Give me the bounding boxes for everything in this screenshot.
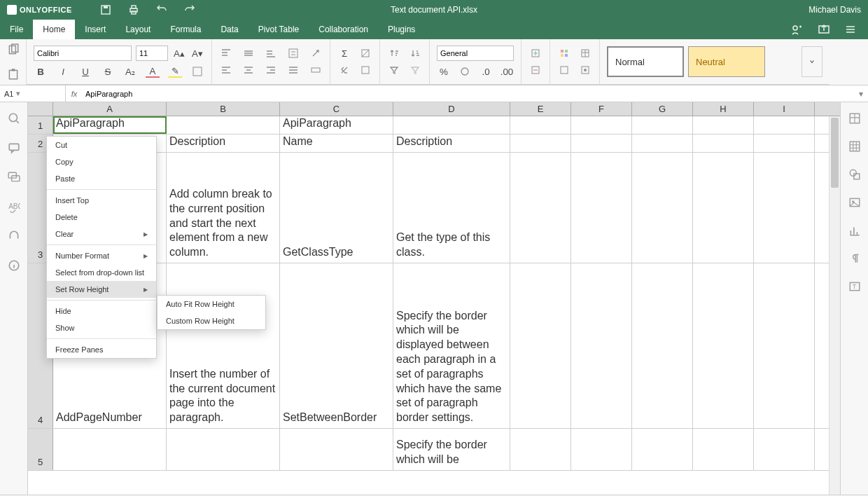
user-name[interactable]: Michael Davis xyxy=(808,5,861,15)
style-normal[interactable]: Normal xyxy=(607,46,684,77)
increase-font-icon[interactable]: A▴ xyxy=(172,47,186,60)
textart-settings-icon[interactable]: T xyxy=(848,280,861,293)
align-right-icon[interactable] xyxy=(264,64,278,76)
justify-icon[interactable] xyxy=(286,64,300,76)
font-color-icon[interactable]: A xyxy=(146,65,160,78)
cell-settings-icon[interactable] xyxy=(848,112,861,125)
chart-settings-icon[interactable] xyxy=(848,224,861,237)
column-header[interactable]: C xyxy=(280,102,393,116)
cell[interactable] xyxy=(632,263,693,428)
cell[interactable] xyxy=(693,135,754,152)
feedback-icon[interactable] xyxy=(8,230,20,242)
paragraph-settings-icon[interactable] xyxy=(848,252,861,265)
named-range-icon[interactable] xyxy=(358,64,372,76)
filter-icon[interactable] xyxy=(387,64,401,76)
about-icon[interactable] xyxy=(8,259,20,272)
merge-icon[interactable] xyxy=(309,64,323,76)
cell[interactable] xyxy=(693,263,754,428)
cell[interactable] xyxy=(754,429,815,470)
menu-pivot-table[interactable]: Pivot Table xyxy=(248,20,309,39)
cell[interactable] xyxy=(693,429,754,470)
cell[interactable] xyxy=(510,153,571,263)
cell-reference-box[interactable]: A1▾ xyxy=(0,85,66,102)
delete-cells-icon[interactable] xyxy=(528,64,542,76)
spellcheck-icon[interactable]: ABC xyxy=(8,200,20,213)
format-cells-icon[interactable] xyxy=(578,64,592,76)
ctx-custom-row-height[interactable]: Custom Row Height xyxy=(158,312,265,329)
table-settings-icon[interactable] xyxy=(848,140,861,153)
cell[interactable]: Add column break to the current position… xyxy=(167,153,280,263)
ctx-freeze-panes[interactable]: Freeze Panes xyxy=(47,341,156,358)
ctx-delete[interactable]: Delete xyxy=(47,209,156,226)
menu-collaboration[interactable]: Collaboration xyxy=(309,20,378,39)
cell[interactable] xyxy=(632,429,693,470)
column-header[interactable]: A xyxy=(53,102,167,116)
column-header[interactable]: G xyxy=(632,102,693,116)
cell[interactable] xyxy=(53,429,167,470)
cell[interactable] xyxy=(632,153,693,263)
cell[interactable] xyxy=(754,153,815,263)
sum-icon[interactable]: Σ xyxy=(337,47,351,60)
cell[interactable] xyxy=(571,263,632,428)
align-middle-icon[interactable] xyxy=(241,47,255,60)
vertical-scrollbar[interactable] xyxy=(829,116,840,495)
redo-icon[interactable] xyxy=(184,4,195,15)
column-header[interactable]: B xyxy=(167,102,280,116)
highlight-icon[interactable]: ✎ xyxy=(168,65,182,78)
column-header[interactable]: E xyxy=(510,102,571,116)
decrease-font-icon[interactable]: A▾ xyxy=(190,47,204,60)
cell[interactable]: ApiParagraph xyxy=(280,116,393,134)
cell[interactable] xyxy=(754,116,815,134)
font-size-select[interactable] xyxy=(136,46,168,61)
search-icon[interactable] xyxy=(8,112,20,125)
cell[interactable]: Description xyxy=(393,135,510,152)
column-header[interactable]: D xyxy=(393,102,510,116)
cell[interactable] xyxy=(510,135,571,152)
ctx-clear[interactable]: Clear▶ xyxy=(47,226,156,242)
cell[interactable]: SetBetweenBorder xyxy=(280,263,393,428)
italic-icon[interactable]: I xyxy=(56,65,70,78)
cell[interactable]: ApiParagraph xyxy=(53,116,167,134)
cell[interactable]: Insert the number of the current documen… xyxy=(167,263,280,428)
menu-home[interactable]: Home xyxy=(33,20,75,39)
save-icon[interactable] xyxy=(100,4,111,15)
ctx-insert-top[interactable]: Insert Top xyxy=(47,192,156,209)
subscript-icon[interactable]: A₂ xyxy=(123,65,137,78)
clear-icon[interactable] xyxy=(337,64,351,76)
accounting-icon[interactable] xyxy=(458,65,472,78)
styles-dropdown[interactable] xyxy=(802,46,822,77)
cell[interactable]: GetClassType xyxy=(280,153,393,263)
cell[interactable] xyxy=(571,429,632,470)
conditional-format-icon[interactable] xyxy=(557,47,571,60)
select-all-corner[interactable] xyxy=(28,102,53,116)
cell[interactable] xyxy=(754,135,815,152)
comments-icon[interactable] xyxy=(8,142,20,154)
format-table-icon[interactable] xyxy=(578,47,592,60)
ctx-hide[interactable]: Hide xyxy=(47,303,156,319)
decrease-decimal-icon[interactable]: .0 xyxy=(479,65,493,78)
align-bottom-icon[interactable] xyxy=(264,47,278,60)
print-icon[interactable] xyxy=(128,4,139,15)
cell[interactable] xyxy=(571,116,632,134)
copy-icon[interactable] xyxy=(6,43,20,56)
align-top-icon[interactable] xyxy=(219,47,233,60)
style-neutral[interactable]: Neutral xyxy=(688,46,765,77)
cell[interactable] xyxy=(167,116,280,134)
underline-icon[interactable]: U xyxy=(78,65,92,78)
menu-data[interactable]: Data xyxy=(211,20,248,39)
menu-layout[interactable]: Layout xyxy=(115,20,160,39)
orientation-icon[interactable] xyxy=(309,47,323,60)
sort-desc-icon[interactable] xyxy=(408,47,422,60)
menu-plugins[interactable]: Plugins xyxy=(378,20,425,39)
cell[interactable] xyxy=(632,116,693,134)
row-header[interactable]: 1 xyxy=(28,116,53,134)
row-header[interactable]: 5 xyxy=(28,429,53,470)
image-settings-icon[interactable] xyxy=(848,196,861,209)
align-center-icon[interactable] xyxy=(241,64,255,76)
bold-icon[interactable]: B xyxy=(34,65,48,78)
paste-icon[interactable] xyxy=(6,68,20,81)
column-header[interactable]: F xyxy=(571,102,632,116)
cell[interactable] xyxy=(571,135,632,152)
borders-icon[interactable] xyxy=(190,65,204,78)
share-icon[interactable] xyxy=(791,23,804,36)
